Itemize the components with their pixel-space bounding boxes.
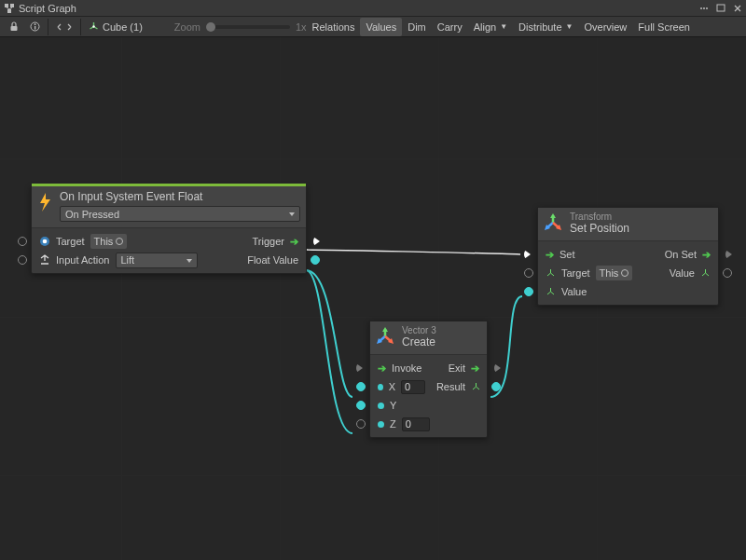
port-value-in[interactable]: [524, 287, 533, 296]
node-kicker: Vector 3: [402, 325, 481, 335]
target-picker-icon[interactable]: [621, 269, 629, 277]
svg-marker-17: [40, 193, 50, 212]
port-target-in[interactable]: [18, 237, 27, 246]
svg-point-19: [43, 239, 48, 244]
target-label: Target: [561, 267, 590, 279]
context-object[interactable]: Cube (1): [83, 18, 148, 36]
values-button[interactable]: Values: [360, 18, 402, 36]
zoom-slider[interactable]: [206, 25, 290, 29]
target-field[interactable]: This: [90, 234, 128, 249]
window-title: Script Graph: [19, 3, 76, 14]
node-vector3-create[interactable]: Vector 3 Create ➔ Invoke Exit ➔ X 0 Resu…: [369, 321, 488, 438]
port-value-out[interactable]: [723, 268, 732, 278]
svg-line-3: [7, 7, 9, 9]
info-icon: [30, 21, 40, 32]
target-picker-icon[interactable]: [116, 238, 123, 245]
window-close-icon[interactable]: [733, 4, 742, 13]
input-action-icon: [39, 254, 50, 266]
node-transform-set-position[interactable]: Transform Set Position ➔ Set On Set ➔ Ta…: [537, 207, 719, 306]
flow-in-arrow-icon: ➔: [378, 362, 386, 375]
event-bolt-icon: [36, 192, 53, 212]
z-label: Z: [390, 418, 396, 430]
port-z-in[interactable]: [356, 419, 366, 429]
svg-marker-20: [382, 327, 388, 332]
y-label: Y: [390, 400, 396, 411]
transform-icon: [89, 21, 99, 32]
input-action-dropdown[interactable]: Lift: [116, 253, 198, 268]
svg-rect-13: [35, 26, 35, 30]
flow-out-arrow-icon: ➔: [471, 362, 479, 375]
port-invoke-in[interactable]: [356, 363, 363, 373]
transform-node-icon: [543, 213, 563, 234]
svg-point-6: [703, 7, 705, 9]
graph-canvas[interactable]: On Input System Event Float On Pressed T…: [0, 37, 746, 560]
onset-label: On Set: [665, 249, 697, 260]
zoom-label: Zoom: [174, 21, 200, 33]
fullscreen-button[interactable]: Full Screen: [632, 18, 696, 36]
svg-rect-2: [7, 9, 11, 13]
x-field[interactable]: 0: [401, 380, 425, 394]
node-on-input-system-event[interactable]: On Input System Event Float On Pressed T…: [31, 185, 307, 274]
svg-line-4: [9, 7, 12, 9]
value-in-label: Value: [561, 286, 587, 297]
menu-icon[interactable]: [699, 4, 709, 13]
info-button[interactable]: [24, 18, 46, 36]
target-label: Target: [56, 236, 85, 247]
vector3-icon: [375, 327, 395, 348]
event-mode-dropdown[interactable]: On Pressed: [60, 206, 300, 222]
exit-label: Exit: [449, 362, 465, 374]
svg-rect-11: [11, 26, 18, 31]
flow-out-arrow-icon: ➔: [702, 249, 711, 261]
port-action-in[interactable]: [18, 255, 27, 265]
port-float-out[interactable]: [311, 255, 320, 265]
target-field[interactable]: This: [596, 266, 633, 280]
breadcrumb-icon: [56, 22, 73, 32]
vector3-out-icon: [700, 268, 711, 279]
flow-in-arrow-icon: ➔: [546, 249, 554, 261]
dim-button[interactable]: Dim: [402, 18, 432, 36]
port-target-in[interactable]: [524, 268, 533, 278]
port-y-in[interactable]: [356, 401, 366, 410]
svg-point-14: [35, 23, 36, 25]
svg-point-15: [92, 25, 94, 27]
set-label: Set: [560, 249, 575, 260]
port-set-in[interactable]: [524, 250, 531, 259]
zoom-value: 1x: [296, 21, 307, 33]
vector3-out-icon: [471, 382, 479, 392]
align-dropdown[interactable]: Align ▼: [468, 18, 513, 36]
target-icon: [39, 236, 50, 247]
port-onset-out[interactable]: [725, 250, 732, 259]
svg-rect-1: [10, 4, 14, 7]
window-maximize-icon[interactable]: [716, 4, 727, 13]
graph-icon: [4, 3, 15, 14]
value-out-label: Value: [670, 267, 695, 279]
node-title: Create: [402, 335, 481, 348]
title-bar: Script Graph: [0, 0, 746, 17]
svg-point-7: [706, 7, 708, 9]
relations-button[interactable]: Relations: [307, 18, 361, 36]
z-field[interactable]: 0: [402, 417, 430, 431]
port-trigger-out[interactable]: [313, 237, 320, 246]
invoke-label: Invoke: [392, 362, 421, 374]
port-exit-out[interactable]: [494, 363, 501, 373]
x-label: X: [389, 381, 395, 392]
distribute-dropdown[interactable]: Distribute ▼: [513, 18, 578, 36]
result-label: Result: [436, 381, 465, 392]
overview-button[interactable]: Overview: [578, 18, 632, 36]
node-title: On Input System Event Float: [60, 190, 300, 203]
svg-rect-0: [5, 4, 8, 7]
toolbar: Cube (1) Zoom 1x Relations Values Dim Ca…: [0, 17, 746, 37]
lock-button[interactable]: [4, 18, 24, 36]
transform-in-icon: [546, 268, 556, 279]
port-x-in[interactable]: [356, 382, 366, 391]
lock-icon: [9, 21, 19, 32]
svg-marker-23: [550, 213, 556, 218]
svg-point-5: [700, 7, 702, 9]
svg-rect-8: [717, 5, 725, 11]
port-result-out[interactable]: [491, 382, 501, 391]
trigger-label: Trigger: [253, 236, 284, 247]
node-kicker: Transform: [570, 212, 712, 222]
breadcrumb-nav[interactable]: [50, 18, 78, 36]
node-title: Set Position: [570, 222, 712, 235]
carry-button[interactable]: Carry: [432, 18, 468, 36]
